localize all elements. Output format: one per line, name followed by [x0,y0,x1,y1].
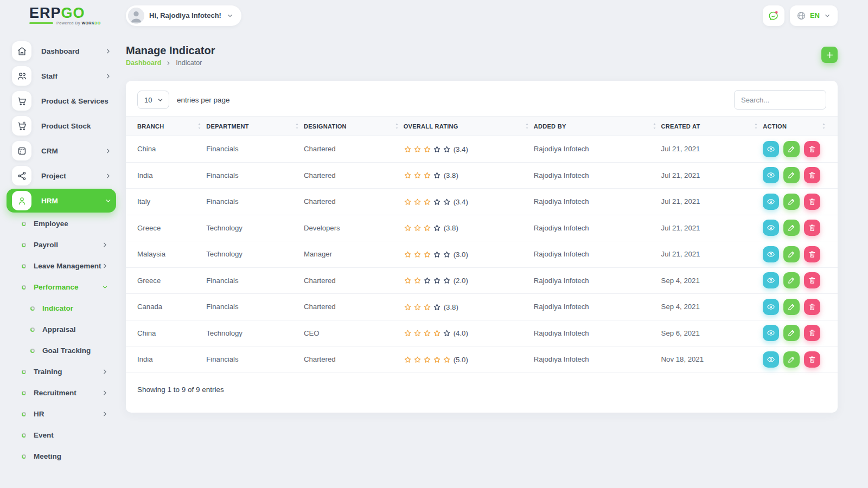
cell-designation: Chartered [304,189,404,215]
language-label: EN [810,11,820,20]
delete-button[interactable] [804,325,820,341]
eye-icon [767,145,775,153]
sidebar-item-leave-management[interactable]: Leave Management [7,255,116,277]
user-menu[interactable]: Hi, Rajodiya Infotech! [126,5,241,26]
sidebar-item-employee[interactable]: Employee [7,213,116,234]
edit-button[interactable] [783,325,800,341]
delete-button[interactable] [804,194,820,210]
star-empty-icon [433,171,441,179]
cell-action [763,320,838,346]
delete-button[interactable] [804,246,820,262]
view-button[interactable] [763,272,779,288]
column-header-designation[interactable]: DESIGNATION [304,117,404,136]
edit-button[interactable] [783,351,800,368]
column-header-department[interactable]: DEPARTMENT [206,117,304,136]
sidebar-item-dashboard[interactable]: Dashboard [7,38,116,63]
view-button[interactable] [763,325,779,341]
edit-button[interactable] [783,167,800,183]
delete-button[interactable] [804,299,820,315]
star-filled-icon [404,145,412,153]
sidebar-item-payroll[interactable]: Payroll [7,234,116,255]
delete-button[interactable] [804,141,820,157]
eye-icon [767,171,775,179]
delete-button[interactable] [804,167,820,183]
sidebar-item-appraisal[interactable]: Appraisal [7,319,116,340]
add-indicator-button[interactable] [821,47,838,63]
sidebar-item-meeting[interactable]: Meeting [7,446,116,467]
avatar [128,8,144,24]
rating-value: (3.4) [454,145,468,153]
sidebar-item-indicator[interactable]: Indicator [7,298,116,319]
star-filled-icon [423,329,431,337]
cell-overall-rating: (3.4) [404,136,534,163]
bullet-icon [30,349,35,353]
cell-branch: Greece [126,215,206,241]
trash-icon [808,276,816,285]
main-content: Manage Indicator Dashboard Indicator 10 … [126,31,868,467]
view-button[interactable] [763,220,779,236]
chevron-right-icon [101,410,108,418]
view-button[interactable] [763,246,779,262]
sidebar-item-hrm[interactable]: HRM [7,189,116,213]
sidebar-item-training[interactable]: Training [7,361,116,382]
sidebar-item-performance[interactable]: Performance [7,277,116,298]
bullet-icon [30,328,35,332]
edit-button[interactable] [783,141,800,157]
share-icon [12,166,31,185]
delete-button[interactable] [804,272,820,288]
column-header-overall-rating[interactable]: OVERALL RATING [404,117,534,136]
delete-button[interactable] [804,351,820,368]
sidebar-item-staff[interactable]: Staff [7,63,116,88]
home-icon [12,41,31,61]
sidebar-item-crm[interactable]: CRM [7,138,116,163]
edit-button[interactable] [783,220,800,236]
sidebar-item-product-stock[interactable]: Product Stock [7,113,116,138]
view-button[interactable] [763,167,779,183]
bullet-icon [30,306,35,311]
column-header-added-by[interactable]: ADDED BY [534,117,661,136]
column-header-created-at[interactable]: CREATED AT [661,117,763,136]
edit-button[interactable] [783,299,800,315]
sidebar-item-product-services[interactable]: Product & Services [7,88,116,113]
edit-button[interactable] [783,194,800,210]
breadcrumb-dashboard[interactable]: Dashboard [126,59,161,67]
column-header-action[interactable]: ACTION [763,117,838,136]
edit-button[interactable] [783,246,800,262]
sidebar-item-hr[interactable]: HR [7,403,116,425]
star-filled-icon [413,224,422,232]
chevron-right-icon [105,48,112,55]
entries-per-page-select[interactable]: 10 [137,91,169,109]
star-empty-icon [433,224,441,232]
bullet-icon [22,370,26,374]
sidebar-item-goal-tracking[interactable]: Goal Tracking [7,340,116,361]
star-filled-icon [404,171,412,179]
star-filled-icon [404,356,412,364]
chevron-right-icon [101,262,108,269]
rating-value: (3.8) [444,303,458,311]
view-button[interactable] [763,194,779,210]
cell-designation: Developers [304,215,404,241]
sidebar-item-event[interactable]: Event [7,425,116,446]
table-row: ChinaFinancialsChartered(3.4)Rajodiya In… [126,136,838,163]
bullet-icon [22,391,26,395]
search-input[interactable] [734,90,826,110]
breadcrumb-current: Indicator [176,59,202,67]
language-selector[interactable]: EN [790,5,838,26]
sidebar-item-recruitment[interactable]: Recruitment [7,382,116,403]
logo[interactable]: ERPGO Powered By WORKDO [0,6,126,25]
view-button[interactable] [763,299,779,315]
star-empty-icon [443,329,451,337]
logo-tagline: Powered By WORKDO [29,21,126,25]
messenger-button[interactable] [763,5,784,26]
column-header-branch[interactable]: BRANCH [126,117,206,136]
sidebar-item-label: Project [41,172,105,180]
chevron-down-icon [824,12,831,20]
view-button[interactable] [763,351,779,368]
view-button[interactable] [763,141,779,157]
sidebar-item-project[interactable]: Project [7,163,116,188]
delete-button[interactable] [804,220,820,236]
indicator-table-card: 10 entries per page BRANCHDEPARTMENTDESI… [126,81,838,413]
edit-button[interactable] [783,272,800,288]
chevron-right-icon [101,368,108,375]
sidebar-item-label: HRM [41,197,105,205]
